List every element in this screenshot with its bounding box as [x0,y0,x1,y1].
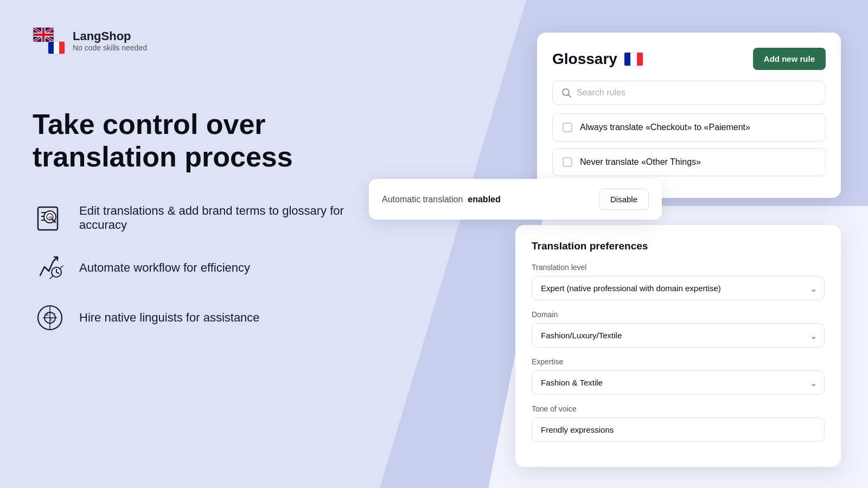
add-new-rule-button[interactable]: Add new rule [753,48,826,70]
search-placeholder: Search rules [577,88,626,98]
tone-of-voice-label: Tone of voice [532,404,825,413]
domain-select-wrapper: Fashion/Luxury/TextileTechnologyMedicalL… [532,323,825,348]
logo-area: LangShop No code skills needed [33,27,374,54]
disable-button[interactable]: Disable [599,189,649,210]
search-icon [561,88,571,98]
svg-text:T: T [53,313,56,317]
feature-text-glossary: Edit translations & add brand terms to g… [79,204,374,232]
left-panel: LangShop No code skills needed Take cont… [0,0,407,488]
rule-text-2: Never translate «Other Things» [580,157,701,167]
svg-line-18 [569,95,571,98]
auto-translation-bar: Automatic translation enabled Disable [369,179,662,220]
expertise-group: Expertise Fashion & TextileLuxury GoodsS… [532,357,825,395]
glossary-edit-icon: @ [33,201,67,235]
preferences-card: Translation preferences Translation leve… [515,225,841,467]
search-bar[interactable]: Search rules [552,81,826,105]
translation-level-group: Translation level Expert (native profess… [532,263,825,300]
feature-item-workflow: Automate workflow for efficiency [33,251,374,285]
linguist-icon: A 文 T [33,300,67,335]
app-name: LangShop [73,29,147,43]
expertise-select-wrapper: Fashion & TextileLuxury GoodsSportswear … [532,370,825,395]
rule-item-1: Always translate «Checkout» to «Paiement… [552,113,826,142]
rule-checkbox-1[interactable] [563,123,572,132]
fr-flag-icon [48,41,65,54]
preferences-title: Translation preferences [532,240,825,252]
uk-flag-icon [33,27,54,42]
auto-translation-status: enabled [468,195,500,204]
domain-group: Domain Fashion/Luxury/TextileTechnologyM… [532,310,825,348]
translation-level-label: Translation level [532,263,825,272]
expertise-select[interactable]: Fashion & TextileLuxury GoodsSportswear [532,370,825,395]
workflow-icon [33,251,67,285]
auto-translation-label: Automatic translation enabled [382,195,501,204]
features-list: @ Edit translations & add brand terms to… [33,201,374,335]
logo-flags [33,27,65,54]
glossary-header: Glossary Add new rule [552,48,826,70]
rule-checkbox-2[interactable] [563,157,572,167]
domain-select[interactable]: Fashion/Luxury/TextileTechnologyMedicalL… [532,323,825,348]
hero-heading: Take control over translation process [33,108,374,174]
svg-text:A: A [46,312,49,317]
rule-text-1: Always translate «Checkout» to «Paiement… [580,123,750,132]
logo-text: LangShop No code skills needed [73,29,147,52]
app-tagline: No code skills needed [73,43,147,52]
feature-item-glossary: @ Edit translations & add brand terms to… [33,201,374,235]
tone-of-voice-group: Tone of voice [532,404,825,442]
glossary-title: Glossary [552,50,617,68]
rule-item-2: Never translate «Other Things» [552,148,826,176]
tone-of-voice-input[interactable] [532,418,825,442]
domain-label: Domain [532,310,825,319]
glossary-title-area: Glossary [552,50,643,68]
feature-text-linguist: Hire native linguists for assistance [79,311,260,325]
feature-text-workflow: Automate workflow for efficiency [79,261,250,275]
svg-text:@: @ [48,215,53,220]
expertise-label: Expertise [532,357,825,366]
translation-level-select[interactable]: Expert (native professional with domain … [532,276,825,300]
french-flag-icon [624,52,643,66]
feature-item-linguist: A 文 T Hire native linguists for assistan… [33,300,374,335]
glossary-card: Glossary Add new rule Search rules Alway… [537,33,841,198]
translation-level-select-wrapper: Expert (native professional with domain … [532,276,825,300]
